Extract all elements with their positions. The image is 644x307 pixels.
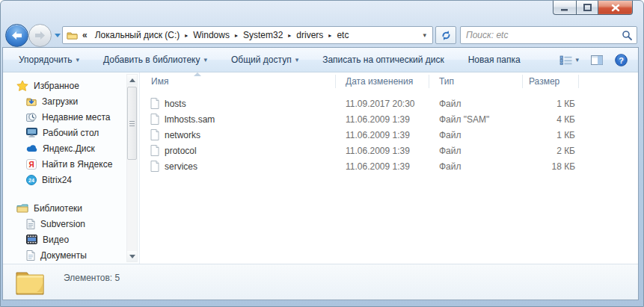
sidebar-scrollbar[interactable] (126, 74, 138, 262)
file-type: Файл "SAM" (429, 114, 523, 125)
file-row-networks[interactable]: networks 11.06.2009 1:39 Файл 1 КБ (140, 127, 638, 143)
yandex-disk-icon (26, 144, 37, 152)
back-button[interactable] (5, 24, 28, 47)
search-box (460, 26, 637, 44)
column-header-name[interactable]: Имя (140, 75, 336, 88)
recent-pages-dropdown[interactable] (55, 34, 61, 37)
search-input[interactable] (461, 28, 617, 43)
file-icon (150, 98, 159, 109)
new-folder-button[interactable]: Новая папка (461, 52, 527, 68)
file-size: 18 КБ (523, 161, 579, 172)
chevron-down-icon: ▾ (76, 56, 79, 63)
sidebar-item-label: Недавние места (42, 112, 110, 123)
thumb-grip (129, 121, 135, 122)
search-icon[interactable] (622, 30, 632, 40)
sidebar-item-label: Subversion (40, 219, 85, 229)
scroll-up-button[interactable] (127, 75, 137, 85)
crumb-separator-icon: ▸ (183, 32, 189, 39)
sidebar-item-documents[interactable]: Документы (3, 247, 139, 263)
preview-pane-button[interactable] (588, 53, 606, 67)
breadcrumb-overflow-chevron[interactable]: « (82, 30, 88, 40)
organize-button[interactable]: Упорядочить ▾ (12, 52, 86, 68)
burn-disc-label: Записать на оптический диск (322, 55, 444, 65)
file-size: 2 КБ (523, 146, 579, 156)
breadcrumb-segment-windows[interactable]: Windows (189, 30, 233, 40)
organize-label: Упорядочить (19, 55, 72, 65)
sidebar-item-yandex-search[interactable]: Я Найти в Яндексе (3, 156, 139, 172)
star-icon (16, 80, 28, 91)
minimize-button[interactable] (553, 1, 576, 15)
items-count: Элементов: 5 (64, 273, 120, 283)
column-header-date[interactable]: Дата изменения (336, 75, 429, 88)
file-icon (150, 145, 159, 156)
toolbar-right-group: ▾ ? (556, 52, 638, 69)
file-icon (150, 114, 159, 125)
refresh-button[interactable] (435, 26, 456, 44)
sidebar-item-desktop[interactable]: Рабочий стол (3, 125, 139, 140)
change-view-button[interactable]: ▾ (556, 53, 582, 67)
file-date: 11.06.2009 1:39 (336, 130, 429, 140)
column-header-size[interactable]: Размер (523, 75, 579, 88)
new-folder-label: Новая папка (468, 55, 521, 65)
breadcrumb-segment-etc[interactable]: etc (333, 30, 352, 40)
maximize-icon (583, 4, 592, 11)
help-button[interactable]: ? (612, 52, 631, 69)
sidebar-item-recent-places[interactable]: Недавние места (3, 109, 139, 125)
file-size: 1 КБ (523, 99, 579, 109)
address-bar[interactable]: « Локальный диск (C:) ▸ Windows ▸ System… (62, 26, 433, 44)
sidebar-item-yandex-disk[interactable]: Яндекс.Диск (3, 140, 139, 156)
close-button[interactable] (598, 1, 633, 15)
sidebar-item-video[interactable]: Видео (3, 232, 139, 247)
minimize-icon (560, 4, 569, 11)
sidebar-section-favorites[interactable]: Избранное (3, 78, 139, 93)
file-row-services[interactable]: services 11.06.2009 1:39 Файл 18 КБ (140, 158, 638, 174)
forward-button[interactable] (28, 24, 52, 47)
breadcrumb-segment-system32[interactable]: System32 (239, 30, 286, 40)
file-row-lmhosts[interactable]: lmhosts.sam 11.06.2009 1:39 Файл "SAM" 4… (140, 111, 638, 127)
svg-text:Я: Я (28, 160, 34, 168)
video-icon (26, 235, 37, 244)
preview-pane-icon (591, 55, 603, 65)
sidebar-item-label: Документы (40, 250, 87, 261)
desktop-icon (26, 128, 37, 137)
breadcrumb-segment-drive[interactable]: Локальный диск (C:) (91, 30, 184, 40)
file-name: networks (165, 130, 200, 140)
yandex-search-icon: Я (26, 159, 37, 170)
file-rows: hosts 11.09.2017 20:30 Файл 1 КБ lmhosts… (140, 90, 638, 174)
file-date: 11.06.2009 1:39 (336, 114, 429, 125)
file-date: 11.09.2017 20:30 (336, 99, 429, 109)
add-to-library-button[interactable]: Добавить в библиотеку ▾ (96, 52, 214, 68)
chevron-down-icon: ▾ (295, 56, 299, 63)
burn-disc-button[interactable]: Записать на оптический диск (316, 52, 451, 68)
scroll-up-icon (129, 78, 135, 82)
sidebar-item-subversion[interactable]: Subversion (3, 216, 139, 232)
explorer-window: « Локальный диск (C:) ▸ Windows ▸ System… (0, 0, 644, 307)
sidebar-item-label: Bitrix24 (42, 175, 72, 185)
recent-places-icon (26, 112, 37, 123)
main-area: Избранное Загрузки Недавние места (3, 72, 638, 264)
close-icon (611, 4, 620, 12)
sidebar-section-libraries[interactable]: Библиотеки (3, 200, 139, 216)
sort-ascending-icon (194, 72, 201, 76)
sidebar-item-label: Видео (43, 235, 69, 245)
scrollbar-thumb[interactable] (127, 87, 137, 160)
file-name: protocol (165, 146, 197, 156)
navigation-pane: Избранное Загрузки Недавние места (3, 72, 140, 264)
sidebar-item-downloads[interactable]: Загрузки (3, 93, 139, 109)
breadcrumb-segment-drivers[interactable]: drivers (292, 30, 327, 40)
column-header-type[interactable]: Тип (429, 75, 523, 88)
sidebar-item-bitrix24[interactable]: 24 Bitrix24 (3, 172, 139, 187)
file-row-protocol[interactable]: protocol 11.06.2009 1:39 Файл 2 КБ (140, 143, 638, 158)
libraries-icon (16, 203, 28, 213)
content-area: Упорядочить ▾ Добавить в библиотеку ▾ Об… (2, 47, 639, 300)
maximize-button[interactable] (576, 1, 598, 15)
share-label: Общий доступ (231, 55, 292, 65)
back-arrow-icon (10, 30, 23, 41)
sidebar-item-label: Загрузки (42, 96, 78, 107)
share-button[interactable]: Общий доступ ▾ (224, 52, 305, 68)
svg-text:?: ? (619, 55, 624, 64)
file-row-hosts[interactable]: hosts 11.09.2017 20:30 Файл 1 КБ (140, 96, 638, 111)
address-history-caret-icon[interactable]: ▾ (423, 31, 429, 39)
scroll-down-button[interactable] (127, 251, 137, 261)
crumb-separator-icon: ▸ (286, 32, 292, 39)
